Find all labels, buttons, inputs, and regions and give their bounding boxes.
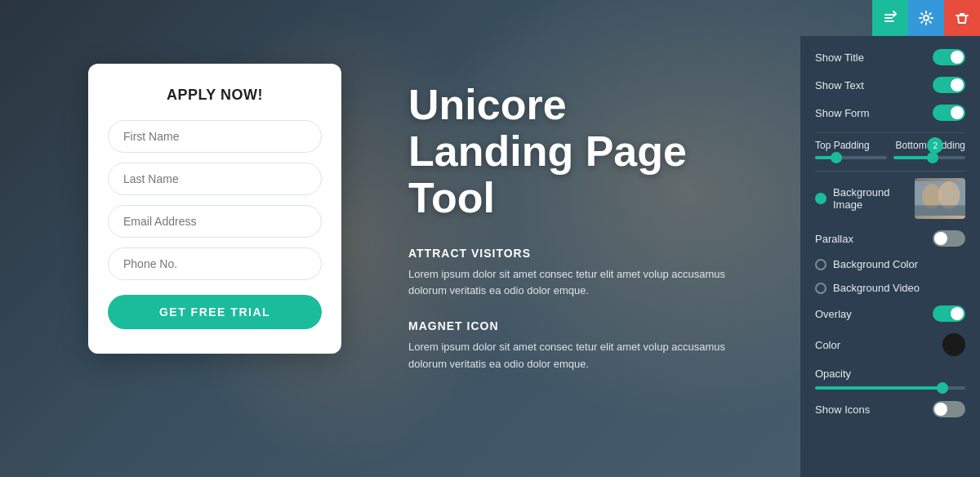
show-title-toggle[interactable] <box>933 49 965 65</box>
bg-video-radio[interactable] <box>815 283 826 294</box>
show-icons-row: Show Icons <box>815 401 965 417</box>
bg-image-section: Background Image <box>815 178 965 219</box>
show-text-label: Show Text <box>815 79 864 91</box>
section1-text: Lorem ipsum dolor sit amet consec tetur … <box>408 266 760 301</box>
bg-image-label: Background Image <box>833 186 908 211</box>
show-form-row: Show Form <box>815 105 965 121</box>
swap-button[interactable] <box>872 0 908 36</box>
opacity-slider[interactable] <box>815 386 965 390</box>
svg-point-0 <box>924 16 929 20</box>
bg-video-label: Background Video <box>833 282 965 294</box>
color-swatch[interactable] <box>942 333 965 356</box>
show-form-toggle[interactable] <box>933 105 965 121</box>
padding-sliders: 2 <box>815 156 965 159</box>
top-padding-track[interactable] <box>815 156 887 159</box>
bg-video-row: Background Video <box>815 282 965 294</box>
show-icons-toggle[interactable] <box>933 401 965 417</box>
divider2 <box>815 171 965 172</box>
show-text-toggle[interactable] <box>933 77 965 93</box>
last-name-input[interactable] <box>108 163 322 195</box>
bg-color-radio[interactable] <box>815 259 826 270</box>
svg-rect-4 <box>915 205 965 216</box>
section2-text: Lorem ipsum dolor sit amet consec tetur … <box>408 339 760 373</box>
phone-input[interactable] <box>108 247 322 280</box>
delete-button[interactable] <box>944 0 980 36</box>
form-title: APPLY NOW! <box>108 87 322 104</box>
first-name-input[interactable] <box>108 120 322 153</box>
bottom-padding-track[interactable]: 2 <box>893 156 965 159</box>
overlay-label: Overlay <box>815 308 852 320</box>
show-icons-label: Show Icons <box>815 403 870 416</box>
divider1 <box>815 132 965 133</box>
parallax-row: Parallax <box>815 230 965 247</box>
hero-title: Unicore Landing Page Tool <box>408 82 760 222</box>
show-form-label: Show Form <box>815 107 869 119</box>
hero-content: Unicore Landing Page Tool ATTRACT VISITO… <box>408 82 760 393</box>
bg-image-row: Background Image <box>815 178 965 219</box>
padding-section: Top Padding Bottom Padding 2 <box>815 140 965 159</box>
trial-button[interactable]: GET FREE TRIAL <box>108 295 322 329</box>
email-input[interactable] <box>108 205 322 238</box>
opacity-label: Opacity <box>815 368 965 380</box>
bg-color-row: Background Color <box>815 258 965 270</box>
bg-thumbnail[interactable] <box>915 178 965 219</box>
show-text-row: Show Text <box>815 77 965 93</box>
top-padding-label: Top Padding <box>815 140 870 151</box>
toolbar <box>872 0 980 36</box>
overlay-toggle[interactable] <box>933 305 965 322</box>
section1-heading: ATTRACT VISITORS <box>408 247 760 260</box>
show-title-row: Show Title <box>815 49 965 65</box>
color-label: Color <box>815 339 840 351</box>
overlay-row: Overlay <box>815 305 965 322</box>
parallax-toggle[interactable] <box>933 230 965 247</box>
svg-point-3 <box>938 181 960 209</box>
form-card: APPLY NOW! GET FREE TRIAL <box>88 64 341 354</box>
opacity-thumb[interactable] <box>937 382 948 394</box>
settings-panel: Show Title Show Text Show Form Top Paddi… <box>800 36 980 477</box>
opacity-section: Opacity <box>815 368 965 390</box>
parallax-label: Parallax <box>815 233 853 245</box>
section2-heading: MAGNET ICON <box>408 319 760 332</box>
bottom-padding-badge: 2 <box>927 137 943 154</box>
color-row: Color <box>815 333 965 356</box>
bg-image-radio[interactable] <box>815 193 826 204</box>
bg-color-label: Background Color <box>833 258 965 270</box>
settings-button[interactable] <box>908 0 944 36</box>
show-title-label: Show Title <box>815 51 864 64</box>
